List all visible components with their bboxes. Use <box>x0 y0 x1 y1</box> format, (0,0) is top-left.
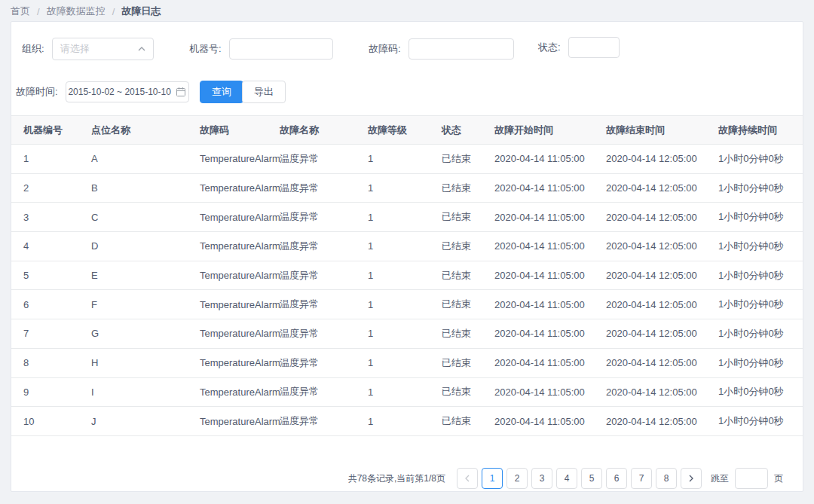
table-row: 10JTemperatureAlarm温度异常1已结束2020-04-14 11… <box>11 407 803 436</box>
status-label: 状态: <box>538 41 561 54</box>
table-cell: TemperatureAlarm <box>188 377 268 407</box>
org-select[interactable]: 请选择 <box>52 38 154 60</box>
table-cell: 3 <box>11 203 79 232</box>
export-button[interactable]: 导出 <box>242 81 286 103</box>
table-cell: 2020-04-14 12:05:00 <box>594 348 706 377</box>
table-cell: 2020-04-14 11:05:00 <box>482 348 594 377</box>
table-cell: 2020-04-14 12:05:00 <box>594 173 706 203</box>
chevron-left-icon <box>464 475 470 482</box>
jump-to-page-input[interactable] <box>735 468 768 489</box>
table-cell: 1小时0分钟0秒 <box>706 319 803 349</box>
table-header-row: 机器编号点位名称故障码故障名称故障等级状态故障开始时间故障结束时间故障持续时间 <box>11 116 803 145</box>
query-button[interactable]: 查询 <box>200 81 243 103</box>
breadcrumb-item[interactable]: 故障数据监控 <box>47 5 106 18</box>
table-cell: TemperatureAlarm <box>188 290 268 319</box>
table-row: 2BTemperatureAlarm温度异常1已结束2020-04-14 11:… <box>11 173 803 203</box>
table-row: 5ETemperatureAlarm温度异常1已结束2020-04-14 11:… <box>11 261 803 290</box>
table-cell: 9 <box>11 377 79 407</box>
next-page-button[interactable] <box>681 468 702 489</box>
table-cell: E <box>79 261 188 290</box>
page-button-4[interactable]: 4 <box>556 468 577 489</box>
table-cell: 2020-04-14 12:05:00 <box>594 232 706 261</box>
table-cell: 2020-04-14 11:05:00 <box>482 173 594 203</box>
table-row: 1ATemperatureAlarm温度异常1已结束2020-04-14 11:… <box>11 145 803 174</box>
table-cell: 2020-04-14 12:05:00 <box>594 319 706 349</box>
table-row: 8HTemperatureAlarm温度异常1已结束2020-04-14 11:… <box>11 348 803 377</box>
fault-code-filter: 故障码: <box>369 38 514 60</box>
table-cell: 1小时0分钟0秒 <box>706 232 803 261</box>
column-header: 故障等级 <box>356 116 430 145</box>
table-cell: TemperatureAlarm <box>188 173 268 203</box>
column-header: 故障结束时间 <box>594 116 706 145</box>
page-button-2[interactable]: 2 <box>506 468 528 489</box>
table-cell: 1 <box>356 377 430 407</box>
org-label: 组织: <box>22 42 44 56</box>
table-cell: H <box>79 348 188 377</box>
table-cell: 1 <box>356 348 430 377</box>
table-cell: 2020-04-14 11:05:00 <box>482 319 594 349</box>
table-cell: 2020-04-14 11:05:00 <box>482 232 594 261</box>
table-cell: TemperatureAlarm <box>188 407 268 436</box>
pagination: 共78条记录,当前第1/8页 12345678 跳至 页 <box>11 468 803 489</box>
table-cell: 2020-04-14 12:05:00 <box>594 377 706 407</box>
table-row: 6FTemperatureAlarm温度异常1已结束2020-04-14 11:… <box>11 290 803 319</box>
table-cell: 2020-04-14 11:05:00 <box>482 203 594 232</box>
table-cell: G <box>79 319 188 349</box>
table-cell: 温度异常 <box>268 261 356 290</box>
fault-log-card: 组织: 请选择 机器号: 故障码: 状态: 故障时间: 2015-10-02 ~… <box>11 21 803 492</box>
jump-to-label: 跳至 <box>711 472 729 485</box>
table-cell: 温度异常 <box>268 203 356 232</box>
table-cell: 已结束 <box>430 377 482 407</box>
fault-time-label: 故障时间: <box>16 85 58 99</box>
table-cell: B <box>79 173 188 203</box>
table-cell: 温度异常 <box>268 173 356 203</box>
column-header: 故障码 <box>188 116 268 145</box>
table-cell: 10 <box>11 407 79 436</box>
table-cell: 1小时0分钟0秒 <box>706 261 803 290</box>
page-button-6[interactable]: 6 <box>606 468 627 489</box>
table-cell: 已结束 <box>430 173 482 203</box>
machine-input[interactable] <box>229 38 333 60</box>
page-button-7[interactable]: 7 <box>631 468 652 489</box>
fault-log-table: 机器编号点位名称故障码故障名称故障等级状态故障开始时间故障结束时间故障持续时间 … <box>11 115 803 436</box>
page-button-1[interactable]: 1 <box>482 468 503 489</box>
calendar-icon <box>176 87 186 97</box>
column-header: 故障持续时间 <box>706 116 803 145</box>
column-header: 状态 <box>430 116 482 145</box>
table-cell: 温度异常 <box>268 232 356 261</box>
table-cell: 已结束 <box>430 407 482 436</box>
table-cell: 2020-04-14 11:05:00 <box>482 290 594 319</box>
table-cell: 4 <box>11 232 79 261</box>
page-button-5[interactable]: 5 <box>581 468 602 489</box>
status-input[interactable] <box>568 37 620 58</box>
table-cell: I <box>79 377 188 407</box>
fault-time-range-picker[interactable]: 2015-10-02 ~ 2015-10-10 <box>66 81 189 102</box>
machine-label: 机器号: <box>189 42 222 56</box>
table-row: 7GTemperatureAlarm温度异常1已结束2020-04-14 11:… <box>11 319 803 349</box>
breadcrumb-item: 故障日志 <box>121 5 161 18</box>
fault-code-label: 故障码: <box>369 42 401 56</box>
table-cell: 8 <box>11 348 79 377</box>
table-cell: TemperatureAlarm <box>188 232 268 261</box>
breadcrumb-item[interactable]: 首页 <box>11 5 30 18</box>
table-cell: 2020-04-14 12:05:00 <box>594 290 706 319</box>
status-filter: 状态: <box>538 36 620 59</box>
table-cell: 温度异常 <box>268 290 356 319</box>
table-cell: 1小时0分钟0秒 <box>706 145 803 174</box>
table-cell: 1小时0分钟0秒 <box>706 348 803 377</box>
table-cell: 1 <box>356 203 430 232</box>
table-cell: 已结束 <box>430 145 482 174</box>
page-button-3[interactable]: 3 <box>531 468 552 489</box>
page-button-8[interactable]: 8 <box>656 468 677 489</box>
table-cell: J <box>79 407 188 436</box>
column-header: 故障名称 <box>268 116 356 145</box>
table-cell: 1 <box>356 319 430 349</box>
prev-page-button[interactable] <box>457 468 478 489</box>
chevron-up-icon <box>138 47 145 51</box>
table-cell: 已结束 <box>430 203 482 232</box>
fault-code-input[interactable] <box>409 38 514 60</box>
table-cell: 已结束 <box>430 290 482 319</box>
table-cell: 已结束 <box>430 261 482 290</box>
machine-filter: 机器号: <box>189 38 333 60</box>
table-cell: 2020-04-14 11:05:00 <box>482 407 594 436</box>
